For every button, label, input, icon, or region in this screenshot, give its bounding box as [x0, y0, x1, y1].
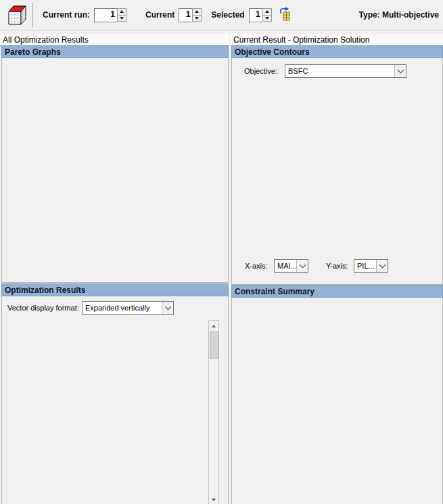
mbc-optimization-window: Current run: 1 Current 1 Selected 1 Type…	[0, 0, 443, 504]
pareto-graphs-panel: Pareto Graphs	[1, 45, 229, 283]
objective-contours-body: Objective: BSFC X-axis: MAI... Y-axis: P…	[231, 58, 443, 285]
x-axis-dropdown[interactable]: MAI...	[274, 259, 308, 273]
constraint-summary-body	[231, 298, 443, 504]
optimization-type-label: Type: Multi-objective	[359, 10, 439, 20]
panel-title: Constraint Summary	[235, 287, 441, 296]
current-run-label: Current run:	[43, 10, 90, 20]
objective-value: BSFC	[285, 67, 394, 75]
export-selected-solution-icon[interactable]	[279, 7, 292, 22]
scroll-down-button[interactable]	[209, 495, 218, 504]
objective-dropdown[interactable]: BSFC	[285, 64, 406, 78]
y-axis-value: PIL...	[354, 262, 376, 270]
current-value[interactable]: 1	[179, 8, 192, 22]
constraint-summary-panel: Constraint Summary	[231, 285, 443, 504]
vector-format-dropdown[interactable]: Expanded vertically	[82, 301, 174, 315]
panel-title: Objective Contours	[235, 47, 441, 57]
optimization-results-panel: Optimization Results Vector display form…	[1, 283, 229, 504]
scroll-up-button[interactable]	[209, 321, 218, 331]
optimization-results-body: Vector display format: Expanded vertical…	[1, 296, 229, 504]
spin-down-button[interactable]	[192, 15, 202, 22]
current-label: Current	[145, 10, 174, 20]
current-run-spinner[interactable]: 1	[94, 8, 126, 22]
section-current-result: Current Result - Optimization Solution	[231, 34, 443, 46]
current-spinner[interactable]: 1	[179, 8, 202, 22]
chevron-down-icon[interactable]	[394, 65, 406, 77]
vector-format-value: Expanded vertically	[83, 304, 162, 312]
section-label: Current Result - Optimization Solution	[233, 35, 369, 45]
current-run-value[interactable]: 1	[94, 8, 117, 22]
chevron-down-icon[interactable]	[162, 302, 173, 314]
y-axis-dropdown[interactable]: PIL...	[354, 259, 388, 273]
chevron-down-icon[interactable]	[296, 260, 308, 272]
section-label: All Optimization Results	[3, 35, 89, 45]
x-axis-label: X-axis:	[245, 262, 268, 270]
selected-label: Selected	[211, 10, 244, 20]
cube-icon	[5, 3, 28, 26]
objective-contours-panel: Objective Contours Objective: BSFC X-axi…	[231, 45, 443, 285]
optimization-results-header[interactable]: Optimization Results	[1, 283, 229, 296]
pareto-graphs-header[interactable]: Pareto Graphs	[1, 45, 229, 58]
objective-contours-header[interactable]: Objective Contours	[231, 45, 443, 58]
selected-spinner[interactable]: 1	[249, 8, 272, 22]
panel-title: Pareto Graphs	[5, 47, 227, 57]
vector-format-label: Vector display format:	[7, 304, 79, 312]
scrollbar-thumb[interactable]	[210, 331, 219, 359]
spin-down-button[interactable]	[262, 15, 272, 22]
x-axis-value: MAI...	[275, 262, 296, 270]
results-scrollbar[interactable]	[208, 320, 219, 504]
section-all-results: All Optimization Results	[0, 34, 229, 46]
toolbar: Current run: 1 Current 1 Selected 1 Type…	[0, 0, 443, 30]
selected-value[interactable]: 1	[249, 8, 262, 22]
pareto-graphs-body	[1, 58, 229, 283]
spin-up-button[interactable]	[117, 8, 126, 15]
y-axis-label: Y-axis:	[326, 262, 348, 270]
results-table	[3, 320, 208, 504]
spin-down-button[interactable]	[117, 15, 126, 22]
spin-up-button[interactable]	[262, 8, 272, 15]
toolbar-separator	[32, 3, 33, 27]
panel-title: Optimization Results	[5, 285, 227, 295]
objective-label: Objective:	[244, 67, 277, 75]
chevron-down-icon[interactable]	[376, 260, 388, 272]
optimization-run-icon	[3, 1, 30, 28]
constraint-summary-header[interactable]: Constraint Summary	[231, 285, 443, 298]
spin-up-button[interactable]	[192, 8, 202, 15]
